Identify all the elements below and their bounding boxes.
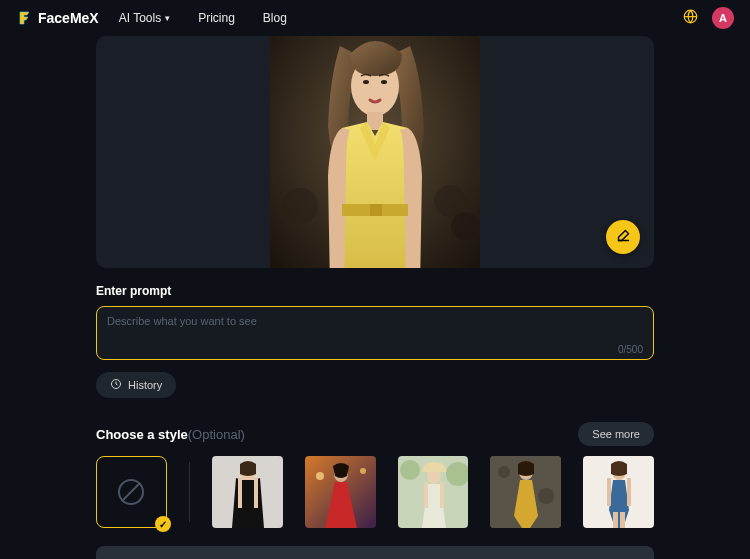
style-none[interactable]: ✓ <box>96 456 167 528</box>
nav-pricing-label: Pricing <box>198 11 235 25</box>
svg-point-21 <box>400 460 420 480</box>
svg-point-4 <box>451 212 479 240</box>
style-thumb-red-dress[interactable] <box>305 456 376 528</box>
svg-point-28 <box>498 466 510 478</box>
see-more-label: See more <box>592 428 640 440</box>
svg-rect-25 <box>440 482 444 508</box>
brand-name: FaceMeX <box>38 10 99 26</box>
app-header: FaceMeX AI Tools ▾ Pricing Blog A <box>0 0 750 36</box>
main-nav: AI Tools ▾ Pricing Blog <box>119 11 683 25</box>
svg-rect-10 <box>370 204 382 216</box>
svg-point-18 <box>360 468 366 474</box>
svg-rect-15 <box>254 478 258 508</box>
avatar-initial: A <box>719 12 727 24</box>
style-thumb-blue-dress[interactable] <box>583 456 654 528</box>
main-content: Enter prompt 0/500 History Choose a styl… <box>0 36 750 559</box>
nav-blog-label: Blog <box>263 11 287 25</box>
history-button[interactable]: History <box>96 372 176 398</box>
style-optional: (Optional) <box>188 427 245 442</box>
see-more-button[interactable]: See more <box>578 422 654 446</box>
generate-button[interactable]: Generate <box>96 546 654 559</box>
none-icon <box>118 479 144 505</box>
prompt-char-count: 0/500 <box>618 344 643 355</box>
svg-point-7 <box>381 80 387 84</box>
header-right: A <box>683 7 734 29</box>
language-icon[interactable] <box>683 9 698 27</box>
style-thumb-green-dress[interactable] <box>398 456 469 528</box>
svg-point-6 <box>363 80 369 84</box>
history-label: History <box>128 379 162 391</box>
style-thumb-black-dress[interactable] <box>212 456 283 528</box>
check-icon: ✓ <box>155 516 171 532</box>
style-header: Choose a style(Optional) See more <box>96 422 654 446</box>
svg-rect-24 <box>424 482 428 508</box>
prompt-box: 0/500 <box>96 306 654 360</box>
svg-rect-36 <box>620 512 625 528</box>
user-avatar[interactable]: A <box>712 7 734 29</box>
svg-point-17 <box>316 472 324 480</box>
brand-logo[interactable]: FaceMeX <box>16 9 99 27</box>
chevron-down-icon: ▾ <box>165 13 170 23</box>
prompt-label: Enter prompt <box>96 284 654 298</box>
prompt-input[interactable] <box>107 315 643 343</box>
style-row: ✓ <box>96 456 654 528</box>
svg-point-29 <box>538 488 554 504</box>
style-title: Choose a style <box>96 427 188 442</box>
clock-icon <box>110 378 122 392</box>
style-title-wrap: Choose a style(Optional) <box>96 427 245 442</box>
nav-pricing[interactable]: Pricing <box>198 11 235 25</box>
edit-button[interactable] <box>606 220 640 254</box>
nav-ai-tools[interactable]: AI Tools ▾ <box>119 11 170 25</box>
nav-ai-tools-label: AI Tools <box>119 11 161 25</box>
svg-rect-34 <box>627 478 631 506</box>
svg-point-2 <box>282 188 318 224</box>
preview-image <box>270 36 480 268</box>
svg-point-3 <box>434 185 466 217</box>
style-divider <box>189 462 190 522</box>
style-thumb-gold-dress[interactable] <box>490 456 561 528</box>
pencil-icon <box>616 228 631 246</box>
svg-rect-14 <box>238 478 242 508</box>
brand-logo-icon <box>16 9 34 27</box>
svg-rect-35 <box>613 512 618 528</box>
preview-card <box>96 36 654 268</box>
svg-rect-33 <box>607 478 611 506</box>
nav-blog[interactable]: Blog <box>263 11 287 25</box>
